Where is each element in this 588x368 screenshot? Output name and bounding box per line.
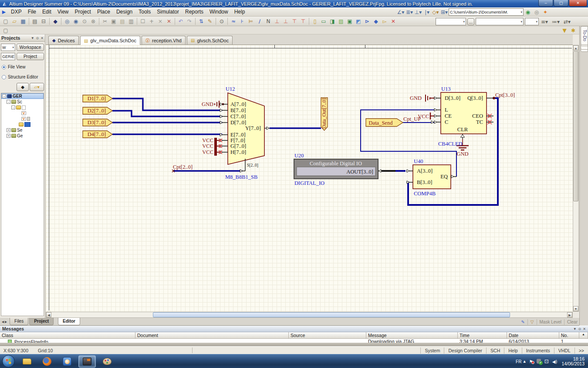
tab-project[interactable]: Project	[29, 318, 54, 325]
filter-icon[interactable]: ▼	[560, 27, 569, 34]
u13-designator[interactable]: U13	[441, 86, 451, 92]
close-button[interactable]: ✕	[569, 0, 587, 7]
gnd-label[interactable]: GND	[456, 151, 468, 157]
sheet-icon[interactable]: ▢	[1, 27, 10, 34]
minimize-button[interactable]: –	[538, 0, 553, 7]
paste-icon[interactable]: ▤	[118, 17, 127, 25]
menu-item[interactable]: Help	[231, 8, 248, 16]
col-message[interactable]: Message	[366, 332, 458, 339]
print-icon[interactable]: ▤	[30, 17, 39, 25]
title-bar[interactable]: ◭ Altium Designer Summer 09 - C:\Users\A…	[0, 0, 588, 7]
close-icon[interactable]: ✕	[41, 36, 44, 40]
vertical-scroll-thumb[interactable]	[573, 51, 578, 201]
vcc-label[interactable]: VCC	[202, 143, 213, 149]
menu-item[interactable]: Project	[72, 8, 94, 16]
scroll-up-icon[interactable]: ▲	[573, 45, 578, 51]
col-class[interactable]: Class	[0, 332, 135, 339]
col-source[interactable]: Source	[289, 332, 366, 339]
structure-editor-radio[interactable]: Structure Editor	[2, 75, 38, 79]
net-label-cpt3[interactable]: Cpt[3..0]	[495, 92, 515, 98]
net-label-cpt-up[interactable]: Cpt_UP	[403, 116, 421, 122]
col-date[interactable]: Date	[507, 332, 559, 339]
maximize-button[interactable]: ▢	[554, 0, 568, 7]
taskbar-paint[interactable]	[98, 355, 116, 368]
menu-item[interactable]: Reports	[182, 8, 206, 16]
tree-item-vhd-2[interactable]: V	[1, 116, 44, 122]
port-d4-label[interactable]: D4[7..0]	[88, 131, 106, 137]
zoom-dropdown-icon[interactable]: ⊗	[89, 17, 98, 25]
mixed-sim-icon[interactable]: ∠▾	[396, 8, 405, 16]
clear-button[interactable]: Clear	[567, 320, 578, 324]
mask-level-button[interactable]: Mask Level	[540, 320, 562, 324]
panel-resize-gutter[interactable]	[0, 343, 588, 346]
scale-combo[interactable]: ▾	[436, 18, 466, 25]
net-label-cpt2[interactable]: Cpt[2..0]	[173, 164, 193, 170]
status-more[interactable]: >>	[574, 348, 588, 354]
u40-part[interactable]: COMP4B	[414, 191, 436, 197]
tree-item-selected-sheet[interactable]	[1, 122, 44, 127]
menu-item[interactable]: Place	[94, 8, 113, 16]
taskbar-altium[interactable]	[78, 355, 96, 368]
move-icon[interactable]: +	[147, 17, 156, 25]
menu-item[interactable]: Tools	[135, 8, 154, 16]
tab-glv-muxdata[interactable]: ▤ glv_muxData.SchDoc	[80, 36, 140, 45]
col-document[interactable]: Document	[135, 332, 289, 339]
project-button[interactable]: Project	[17, 53, 44, 60]
tab-glvsch[interactable]: ▤ glvsch.SchDoc	[187, 36, 233, 44]
place-parameter-icon[interactable]: ▻	[380, 17, 389, 25]
vertical-scrollbar[interactable]: ▲ ▼	[573, 45, 579, 312]
project-combo[interactable]: GERIE	[1, 53, 15, 60]
u20-name[interactable]: DIGITAL_IO	[294, 180, 324, 186]
clock[interactable]: 18:16 14/06/2013	[561, 357, 585, 366]
open-icon[interactable]: ▱	[10, 17, 19, 25]
grid-tool-icon[interactable]: ⊞▾	[440, 8, 449, 16]
pin-icon[interactable]: ⊙	[36, 36, 39, 40]
nav-forward-icon[interactable]: ◎	[532, 8, 541, 16]
network-icon[interactable]: ⊡	[544, 358, 549, 365]
taskbar-media-player[interactable]	[58, 355, 76, 368]
taskbar-explorer[interactable]	[18, 355, 36, 368]
tab-reception-vhd[interactable]: Ⓥ reception.Vhd	[142, 36, 186, 44]
new-document-icon[interactable]: ▢	[1, 17, 10, 25]
favorites-jump-icon[interactable]: ✦	[541, 8, 550, 16]
find-similar-icon[interactable]: ⊙	[217, 17, 226, 25]
redo-icon[interactable]: ↷	[185, 17, 194, 25]
unit-combo[interactable]: ▾	[525, 18, 539, 25]
port-d2-label[interactable]: D2[7..0]	[88, 108, 106, 114]
open-project-button[interactable]: ▱▾	[30, 83, 44, 91]
tree-item-schdoc[interactable]: -	[1, 105, 44, 110]
start-button[interactable]	[2, 355, 15, 368]
tree-item-source-folder[interactable]: - Sc	[1, 99, 44, 105]
nav-back-icon[interactable]: ◉	[524, 8, 532, 16]
place-net-label-icon[interactable]: N	[264, 17, 273, 25]
tabs-prev-icon[interactable]: ◂	[0, 318, 5, 324]
port-d1-label[interactable]: D1[7..0]	[88, 95, 106, 102]
place-device-sheet-icon[interactable]: ▧	[337, 17, 345, 25]
status-vhdl[interactable]: VHDL	[554, 348, 574, 354]
u12-designator[interactable]: U12	[226, 86, 235, 92]
scroll-right-icon[interactable]: ▶	[567, 312, 572, 317]
print-preview-icon[interactable]: ⊟	[39, 17, 48, 25]
tree-item-project[interactable]: - GER	[1, 93, 44, 99]
select-area-icon[interactable]: ☐	[139, 17, 147, 25]
menu-item[interactable]: DXP	[8, 8, 25, 16]
gnd-label[interactable]: GND	[202, 101, 213, 107]
u40-designator[interactable]: U40	[414, 158, 423, 164]
status-instruments[interactable]: Instruments	[522, 348, 554, 354]
u13-part[interactable]: CB4CLED	[438, 141, 463, 147]
tab-editor[interactable]: Editor	[58, 318, 80, 325]
place-c-code-entry-icon[interactable]: ◩	[354, 17, 363, 25]
browse-button[interactable]: ...	[467, 18, 474, 25]
workspace-combo[interactable]: W▾	[1, 44, 15, 51]
menu-item[interactable]: Edit	[39, 8, 54, 16]
menu-item[interactable]: Simulator	[154, 8, 182, 16]
cross-probe-icon[interactable]: ⇅	[197, 17, 206, 25]
schematic-canvas[interactable]: D1[7..0] D2[7..0] D3[7..0] D4[7..0] Data…	[46, 45, 573, 312]
scroll-down-icon[interactable]: ▼	[573, 306, 578, 311]
copy-icon[interactable]: ▣	[109, 17, 118, 25]
taskbar-firefox[interactable]	[38, 355, 56, 368]
dxp-icon[interactable]: ▶	[0, 9, 8, 15]
tab-devices[interactable]: ◆ Devices	[48, 36, 79, 44]
vcc-label[interactable]: VCC	[202, 137, 213, 143]
place-no-erc-icon[interactable]: ✕	[389, 17, 398, 25]
